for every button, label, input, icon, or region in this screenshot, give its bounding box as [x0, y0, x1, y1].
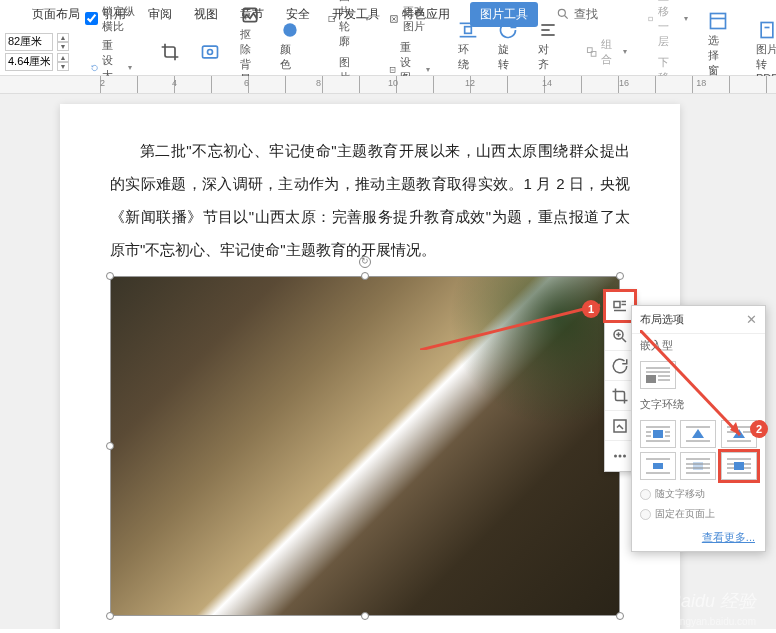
wrap-behind[interactable] [680, 452, 716, 480]
resize-handle-bm[interactable] [361, 612, 369, 620]
color-icon [280, 20, 300, 40]
crop-icon [160, 42, 180, 62]
callout-badge-2: 2 [750, 420, 768, 438]
align-icon [538, 20, 558, 40]
svg-rect-27 [614, 301, 620, 307]
svg-line-32 [622, 338, 626, 342]
panel-title: 布局选项 [640, 312, 684, 327]
svg-rect-20 [711, 13, 726, 28]
fix-on-page-radio[interactable]: 固定在页面上 [632, 504, 765, 524]
wrap-top-bottom[interactable] [640, 452, 676, 480]
paragraph-1[interactable]: 第二批"不忘初心、牢记使命"主题教育开展以来，山西太原围绕群众提出的实际难题，深… [110, 134, 630, 266]
page[interactable]: 第二批"不忘初心、牢记使命"主题教育开展以来，山西太原围绕群众提出的实际难题，深… [60, 104, 680, 629]
svg-point-0 [558, 9, 565, 16]
svg-point-36 [614, 455, 617, 458]
width-up[interactable]: ▲ [57, 33, 69, 42]
screenshot-button[interactable] [194, 40, 226, 64]
svg-rect-57 [653, 463, 663, 469]
callout-badge-1: 1 [582, 300, 600, 318]
height-up[interactable]: ▲ [57, 53, 69, 62]
height-down[interactable]: ▼ [57, 62, 69, 71]
see-more-link[interactable]: 查看更多... [632, 524, 765, 551]
svg-rect-18 [649, 17, 653, 21]
pdf-icon [757, 20, 776, 40]
align-button[interactable]: 对齐▾ [532, 18, 564, 85]
annotation-arrow-2 [640, 330, 750, 445]
sel-pane-icon [708, 11, 728, 31]
width-down[interactable]: ▼ [57, 42, 69, 51]
svg-point-3 [208, 49, 213, 54]
crop-button[interactable] [154, 40, 186, 64]
svg-point-5 [283, 23, 296, 36]
svg-line-1 [565, 16, 568, 19]
paragraph-2[interactable]: 报道指出，在第二批主题教育中，山西太原着力解决百姓身边 [110, 626, 630, 629]
horizontal-ruler[interactable]: 24681012141618 [0, 76, 776, 94]
wrap-behind-icon [684, 456, 712, 476]
svg-rect-69 [734, 462, 744, 470]
wrap-front[interactable] [721, 452, 757, 480]
rotate-button[interactable]: 旋转▾ [492, 18, 524, 85]
wrap-tb-icon [644, 456, 672, 476]
tab-view[interactable]: 视图 [192, 2, 220, 27]
svg-point-37 [619, 455, 622, 458]
resize-handle-ml[interactable] [106, 442, 114, 450]
resize-handle-tl[interactable] [106, 272, 114, 280]
svg-rect-10 [465, 27, 472, 34]
outline-icon [328, 11, 335, 27]
wrap-button[interactable]: 环绕▾ [452, 18, 484, 85]
rotate-icon [498, 20, 518, 40]
svg-rect-2 [203, 46, 218, 58]
up-layer-icon [647, 11, 654, 27]
svg-line-72 [640, 330, 740, 435]
resize-handle-br[interactable] [616, 612, 624, 620]
group-icon [586, 44, 597, 60]
change-icon [389, 11, 399, 27]
resize-handle-bl[interactable] [106, 612, 114, 620]
group-button[interactable]: 组合▾ [580, 35, 633, 69]
wrap-icon [458, 20, 478, 40]
replace-icon [611, 417, 629, 435]
wrap-front-icon [725, 456, 753, 476]
dropdown-icon: ▾ [128, 63, 132, 72]
svg-rect-6 [329, 16, 334, 21]
more-icon [611, 447, 629, 465]
zoom-icon [611, 327, 629, 345]
layout-icon [611, 297, 629, 315]
up-layer-button[interactable]: 上移一层▾ [641, 0, 694, 51]
change-pic-button[interactable]: 更改图片 [383, 2, 436, 36]
svg-point-38 [623, 455, 626, 458]
tab-page-layout[interactable]: 页面布局 [30, 2, 82, 27]
svg-rect-22 [761, 22, 773, 37]
svg-line-70 [420, 305, 600, 350]
screenshot-icon [200, 42, 220, 62]
tab-review[interactable]: 审阅 [146, 2, 174, 27]
resize-handle-tm[interactable] [361, 272, 369, 280]
move-with-text-radio[interactable]: 随文字移动 [632, 484, 765, 504]
rotate-handle[interactable] [359, 256, 371, 268]
color-button[interactable]: 颜色▾ [274, 18, 306, 85]
close-button[interactable]: ✕ [746, 312, 757, 327]
remove-bg-icon [240, 5, 260, 25]
rotate-icon [611, 357, 629, 375]
width-input[interactable] [5, 33, 53, 51]
reset-icon [91, 60, 98, 76]
outline-button[interactable]: 图片轮廓▾ [322, 0, 375, 51]
svg-rect-60 [693, 462, 703, 470]
lock-ratio-checkbox[interactable]: 锁定纵横比 [85, 4, 138, 34]
resize-handle-tr[interactable] [616, 272, 624, 280]
height-input[interactable] [5, 53, 53, 71]
search-label: 查找 [574, 6, 598, 23]
crop-icon [611, 387, 629, 405]
